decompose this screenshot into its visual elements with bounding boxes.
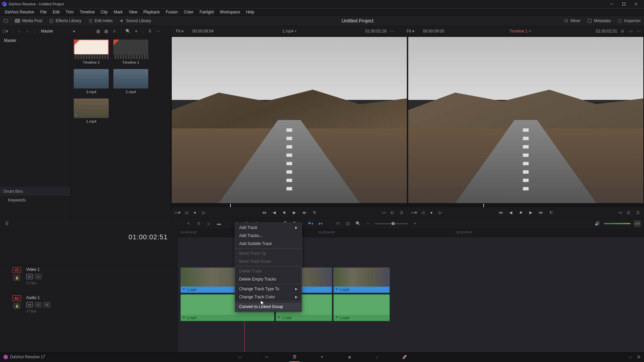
match-frame-button[interactable]: ▭ [381,209,387,216]
nav-back-button[interactable]: ‹ [16,29,22,34]
menu-help[interactable]: Help [243,9,257,15]
close-button[interactable] [630,1,642,7]
source-viewer-canvas[interactable] [172,37,407,203]
home-button[interactable]: ⌂ [629,355,632,359]
media-pool-toggle[interactable]: Media Pool [11,17,46,24]
record-play-button[interactable]: ▶ [528,209,534,216]
minimize-button[interactable] [606,1,618,7]
more-button[interactable]: ⋯ [155,29,161,34]
source-scrub-bar[interactable] [171,204,408,207]
timeline-name[interactable]: Timeline 1 [509,29,528,34]
menu-item-change-track-color[interactable]: Change Track Color▶ [235,293,302,301]
expand-button[interactable] [0,17,11,24]
media-thumbnail[interactable] [113,40,148,59]
sort-button[interactable]: ⇅ [147,29,153,34]
zoom-to-fit-button[interactable]: ⊡ [344,220,351,227]
menu-item-change-track-type-to[interactable]: Change Track Type To▶ [235,285,302,293]
audio-lock-button[interactable]: 🔒 [13,303,20,309]
audio-solo-button[interactable]: S [35,302,42,307]
video-lock-button[interactable]: 🔒 [13,275,20,281]
menu-clip[interactable]: Clip [98,9,110,15]
marker-dropdown[interactable]: ●▾ [317,220,324,227]
record-mode-dropdown[interactable]: ▭▾ [411,209,417,216]
edit-page-button[interactable]: ☰ [291,354,298,360]
record-first-frame-button[interactable]: ⏮ [498,209,504,216]
single-viewer-button[interactable]: ▭ [628,29,633,34]
source-last-frame-button[interactable]: ⏭ [302,209,308,216]
record-last-frame-button[interactable]: ⏭ [538,209,544,216]
thumb-view-button[interactable]: ▦ [96,29,101,34]
blade-tool[interactable]: ▬ [216,220,222,227]
media-item[interactable]: ♪1.mp4 [74,99,109,123]
menu-trim[interactable]: Trim [63,9,76,15]
timeline-timecode[interactable]: 01:00:02:51 [0,229,178,245]
dynamic-trim-tool[interactable]: ⫐ [206,220,212,227]
color-page-button[interactable]: ◉ [346,354,353,360]
menu-view[interactable]: View [126,9,140,15]
rec-in-button[interactable]: ⊏ [626,209,632,216]
media-item[interactable]: 3.mp4 [74,69,109,94]
video-clip[interactable]: 1.mp4 [333,267,390,293]
rec-jog-right-icon[interactable]: ▷ [437,209,443,216]
audio-track-header[interactable]: A1 🔒 Audio 1 ▭ S M 3 Clips [0,293,178,321]
fusion-page-button[interactable]: ✦ [318,354,326,360]
menu-workspace[interactable]: Workspace [217,9,243,15]
media-thumbnail[interactable] [113,69,148,88]
timeline-view-options[interactable]: ☰ [3,220,10,227]
jog-left-icon[interactable]: ◁ [183,209,189,216]
volume-slider[interactable] [604,223,631,224]
menu-item-add-subtitle-track[interactable]: Add Subtitle Track [235,240,302,248]
record-fit-dropdown[interactable]: Fit ▾ [407,29,414,34]
source-loop-button[interactable]: ↻ [312,209,318,216]
sound-library-toggle[interactable]: Sound Library [116,17,155,24]
audio-mute-button[interactable]: M [44,302,50,307]
metadata-toggle[interactable]: Metadata [584,17,614,24]
effects-library-toggle[interactable]: Effects Library [46,17,85,24]
snap-button[interactable]: ⊓ [334,220,341,227]
zoom-slider[interactable] [375,223,408,224]
record-more-button[interactable]: ⋯ [636,29,641,34]
bin-master[interactable]: Master [0,36,70,45]
video-disable-button[interactable]: ▭ [35,274,42,279]
menu-edit[interactable]: Edit [50,9,62,15]
record-stop-button[interactable]: ■ [518,209,524,216]
menu-davinci-resolve[interactable]: DaVinci Resolve [2,9,37,15]
mark-out-button[interactable]: ⊐ [398,209,404,216]
bin-breadcrumb[interactable]: Master [41,29,53,34]
menu-timeline[interactable]: Timeline [77,9,97,15]
list-view-button[interactable]: ≡ [112,29,117,34]
cut-page-button[interactable]: ✂ [263,354,271,360]
zoom-out-button[interactable]: − [365,220,371,227]
source-prev-button[interactable]: ◀ [271,209,277,216]
rec-out-button[interactable]: ⊐ [635,209,641,216]
record-viewer-canvas[interactable] [408,37,643,203]
grid-view-button[interactable]: ▦ [104,29,109,34]
project-settings-button[interactable]: ⚙ [637,355,641,359]
media-item[interactable]: 2.mp4 [113,69,148,94]
flag-dropdown[interactable]: ⚑▾ [307,220,314,227]
media-item[interactable]: Timeline 2 [74,40,109,64]
dim-button[interactable]: DIM [634,220,641,227]
source-mode-dropdown[interactable]: ▭▾ [174,209,180,216]
menu-playback[interactable]: Playback [141,9,162,15]
menu-item-add-track[interactable]: Add Track▶ [235,224,302,232]
video-track-badge[interactable]: V1 [12,267,21,273]
audio-track-badge[interactable]: A1 [12,295,21,301]
record-loop-button[interactable]: ↻ [548,209,554,216]
video-auto-select-button[interactable]: ▭ [26,274,33,279]
volume-icon[interactable]: 🔊 [594,220,600,227]
zoom-in-button[interactable]: + [412,220,418,227]
rec-jog-left-icon[interactable]: ◁ [420,209,426,216]
jog-right-icon[interactable]: ▷ [201,209,207,216]
search-dropdown[interactable]: ▾ [133,29,139,34]
media-thumbnail[interactable]: ♪ [74,99,109,118]
source-first-frame-button[interactable]: ⏮ [261,209,267,216]
record-scrub-bar[interactable] [408,204,644,207]
source-more-button[interactable]: ⋯ [389,29,394,34]
menu-fusion[interactable]: Fusion [163,9,180,15]
menu-fairlight[interactable]: Fairlight [197,9,217,15]
deliver-page-button[interactable]: 🚀 [401,354,408,360]
source-clip-name[interactable]: 1.mp4 [282,29,293,34]
media-item[interactable]: Timeline 1 [113,40,148,64]
media-thumbnail[interactable] [74,69,109,88]
